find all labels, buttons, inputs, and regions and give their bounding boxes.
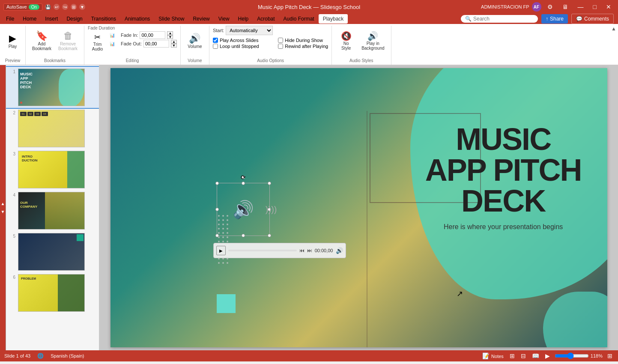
menu-transitions[interactable]: Transitions (87, 14, 120, 24)
ribbon-collapse-button[interactable]: ▲ (611, 26, 616, 32)
slide-num-3: 3 (9, 151, 15, 156)
slide-subtitle: Here is where your presentation begins (425, 223, 582, 231)
fadein-input[interactable] (140, 31, 165, 39)
remove-bookmark-button[interactable]: 🗑 Remove Bookmark (55, 29, 81, 53)
reading-view-button[interactable]: 📖 (531, 352, 540, 359)
fadeout-up[interactable]: ▲ (171, 40, 177, 44)
fadeout-label: Fade Out: (121, 41, 142, 46)
slide-thumb-1[interactable]: 1 MUSICAPPPITCHDECK ★ (6, 67, 99, 108)
menu-help[interactable]: Help (234, 14, 253, 24)
audio-player: ▶ ⏮ ⏭ 00:00,00 🔊 (213, 243, 346, 258)
menu-audio-format[interactable]: Audio Format (279, 14, 319, 24)
bookmarks-group-label: Bookmarks (44, 57, 66, 63)
display-button[interactable]: 🖥 (559, 0, 572, 14)
fadein-down[interactable]: ▼ (167, 35, 173, 39)
autosave-toggle[interactable]: On (29, 4, 39, 10)
layout-button[interactable]: ⊞ (71, 4, 77, 10)
svg-point-34 (222, 262, 224, 264)
menu-review[interactable]: Review (188, 14, 214, 24)
search-input[interactable] (473, 16, 529, 22)
slide-sorter-button[interactable]: ⊟ (519, 352, 527, 359)
play-icon: ▶ (9, 34, 16, 43)
add-bookmark-button[interactable]: 🔖 Add Bookmark (29, 29, 54, 53)
start-select[interactable]: Automatically On Click When Clicked On (226, 26, 273, 35)
loop-checkbox[interactable] (213, 44, 218, 49)
menu-file[interactable]: File (2, 14, 18, 24)
audio-volume-button[interactable]: 🔊 (336, 247, 343, 254)
rewind-row: Rewind after Playing (278, 44, 328, 49)
audio-progress-bar[interactable] (228, 250, 297, 251)
fadein-spinner[interactable]: ▲ ▼ (167, 31, 173, 39)
preview-group-label: Preview (5, 57, 21, 63)
rewind-checkbox[interactable] (278, 44, 283, 49)
menu-design[interactable]: Design (62, 14, 87, 24)
fadein-up[interactable]: ▲ (167, 31, 173, 35)
trim-audio-button[interactable]: ✂ Trim Audio (88, 31, 107, 54)
menu-home[interactable]: Home (18, 14, 41, 24)
save-button[interactable]: 💾 (45, 4, 51, 10)
share-button[interactable]: ↑ Share (541, 14, 568, 24)
svg-point-33 (218, 262, 220, 264)
menu-animations[interactable]: Animations (120, 14, 154, 24)
no-style-button[interactable]: 🔇 No Style (335, 30, 357, 53)
hide-checkbox[interactable] (278, 38, 283, 43)
notes-button[interactable]: 📝 Notes (481, 352, 505, 359)
audio-speaker-icon[interactable]: 🔊 (217, 183, 269, 236)
volume-group-label: Volume (188, 57, 202, 63)
slide-thumb-6[interactable]: 6 PROBLEM (6, 272, 99, 313)
slideshow-button[interactable]: ▶ (544, 352, 551, 359)
ribbon-group-audio-styles: 🔇 No Style 🔊 Play in Background Audio St… (332, 26, 391, 65)
fadeout-spinner[interactable]: ▲ ▼ (171, 40, 177, 48)
fadeout-input[interactable] (143, 40, 169, 48)
slide-num-4: 4 (9, 192, 15, 197)
play-bg-icon: 🔊 (367, 32, 378, 40)
search-box[interactable]: 🔍 (461, 15, 538, 23)
notes-icon: 📝 (482, 352, 490, 359)
play-label: Play (9, 44, 17, 49)
audio-play-button[interactable]: ▶ (216, 246, 226, 255)
menu-playback[interactable]: Playback (319, 14, 348, 24)
comments-button[interactable]: 💬 Comments (571, 14, 614, 24)
slide-thumb-3[interactable]: 3 INTRODUCTION (6, 149, 99, 190)
volume-button[interactable]: 🔊 Volume (184, 32, 206, 51)
panel-scroll-up[interactable]: ▲ (0, 201, 5, 206)
menu-insert[interactable]: Insert (41, 14, 62, 24)
menu-slideshow[interactable]: Slide Show (154, 14, 188, 24)
slide-canvas-area: MUSIC APP PITCH DECK Here is where your … (99, 65, 618, 350)
fadeout-down[interactable]: ▼ (171, 44, 177, 48)
audio-rewind-button[interactable]: ⏮ (299, 248, 305, 254)
close-button[interactable]: ✕ (603, 0, 615, 14)
slide-thumb-5[interactable]: 5 (6, 231, 99, 272)
slide-num-1: 1 (9, 69, 15, 74)
fit-button[interactable]: ⊞ (606, 352, 614, 359)
trim-icon: ✂ (94, 33, 101, 41)
play-across-row: Play Across Slides (213, 38, 273, 43)
panel-scroll-down[interactable]: ▼ (0, 209, 5, 214)
redo-button[interactable]: ↪ (62, 4, 68, 10)
title-bar: AutoSave On 💾 ↩ ↪ ⊞ ▼ Music App Pitch De… (0, 0, 618, 14)
zoom-slider[interactable] (555, 353, 589, 358)
avatar[interactable]: AF (532, 2, 541, 12)
play-button[interactable]: ▶ Play (4, 32, 21, 51)
slide-thumb-4[interactable]: 4 OURCOMPANY (6, 190, 99, 231)
menu-view[interactable]: View (214, 14, 234, 24)
add-bookmark-label: Add Bookmark (32, 42, 51, 51)
maximize-button[interactable]: □ (590, 0, 600, 14)
ribbon-group-editing: Fade Duration ✂ Trim Audio 📊 Fade In: ▲ … (84, 26, 181, 65)
remove-bookmark-label: Remove Bookmark (58, 42, 78, 51)
share-icon: ↑ (546, 16, 548, 22)
menu-acrobat[interactable]: Acrobat (253, 14, 279, 24)
language[interactable]: Spanish (Spain) (51, 353, 84, 358)
play-across-checkbox[interactable] (213, 38, 218, 43)
audio-forward-button[interactable]: ⏭ (307, 248, 312, 254)
slide-thumb-2[interactable]: 2 01 02 03 04 (6, 108, 99, 149)
settings-button[interactable]: ⚙ (544, 0, 556, 14)
customize-button[interactable]: ▼ (79, 4, 85, 10)
undo-button[interactable]: ↩ (54, 4, 60, 10)
play-bg-button[interactable]: 🔊 Play in Background (358, 30, 387, 53)
normal-view-button[interactable]: ⊞ (508, 352, 516, 359)
title-bar-right: ADMINISTRACION FP AF ⚙ 🖥 — □ ✕ (462, 0, 615, 14)
trim-label: Trim Audio (92, 42, 103, 51)
minimize-button[interactable]: — (574, 0, 587, 14)
slide-star-1: ★ (19, 100, 23, 105)
